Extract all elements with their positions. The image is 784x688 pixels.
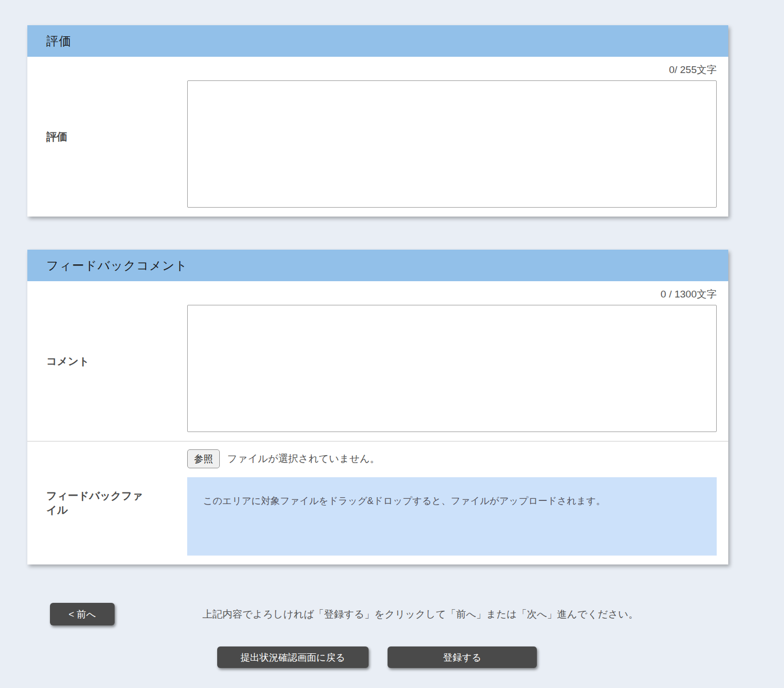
previous-button[interactable]: < 前へ [50,603,115,625]
feedback-file-field: 参照 ファイルが選択されていません。 このエリアに対象ファイルをドラッグ&ドロッ… [187,441,728,564]
file-drop-area-text: このエリアに対象ファイルをドラッグ&ドロップすると、ファイルがアップロードされま… [203,496,605,506]
comment-field: 0 / 1300文字 [187,281,728,441]
evaluation-label-text: 評価 [46,130,67,144]
evaluation-textarea[interactable] [187,80,717,208]
footer-actions: < 前へ 上記内容でよろしければ「登録する」をクリックして「前へ」または「次へ」… [0,603,784,668]
evaluation-row: 評価 0/ 255文字 [27,57,728,217]
feedback-file-row: フィードバックファイル 参照 ファイルが選択されていません。 このエリアに対象フ… [27,441,728,564]
evaluation-panel-header: 評価 [27,25,728,57]
register-button[interactable]: 登録する [388,646,537,668]
feedback-file-label-text: フィードバックファイル [46,489,150,517]
back-to-status-button[interactable]: 提出状況確認画面に戻る [217,646,369,668]
file-selected-status: ファイルが選択されていません。 [227,452,380,466]
evaluation-char-counter: 0/ 255文字 [187,63,717,77]
feedback-panel-title: フィードバックコメント [46,258,188,274]
file-drop-area[interactable]: このエリアに対象ファイルをドラッグ&ドロップすると、ファイルがアップロードされま… [187,477,717,556]
evaluation-field: 0/ 255文字 [187,57,728,217]
evaluation-panel-title: 評価 [46,33,72,49]
comment-char-counter: 0 / 1300文字 [187,287,717,301]
footer-instruction-text: 上記内容でよろしければ「登録する」をクリックして「前へ」または「次へ」進んでくだ… [202,608,638,621]
feedback-file-label: フィードバックファイル [27,441,187,564]
footer-row-previous: < 前へ 上記内容でよろしければ「登録する」をクリックして「前へ」または「次へ」… [50,603,784,625]
comment-row: コメント 0 / 1300文字 [27,281,728,441]
comment-textarea[interactable] [187,305,717,432]
browse-file-button[interactable]: 参照 [187,449,220,468]
footer-row-submit: 提出状況確認画面に戻る 登録する [217,646,784,668]
file-input-row: 参照 ファイルが選択されていません。 [187,449,717,468]
evaluation-label: 評価 [27,57,187,217]
feedback-panel: フィードバックコメント コメント 0 / 1300文字 フィードバックファイル … [27,250,728,564]
comment-label-text: コメント [46,354,89,368]
comment-label: コメント [27,281,187,441]
evaluation-panel: 評価 評価 0/ 255文字 [27,25,728,217]
feedback-panel-header: フィードバックコメント [27,250,728,281]
